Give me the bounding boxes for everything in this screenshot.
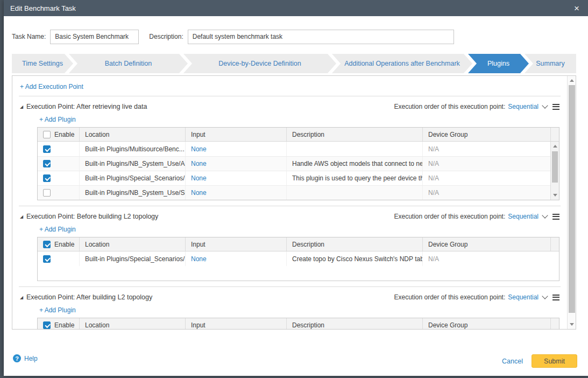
plugin-description: This plugin is used to query the peer de… <box>286 171 422 185</box>
execution-order-label: Execution order of this execution point: <box>394 213 505 220</box>
column-header-device-group: Device Group <box>422 128 550 141</box>
select-all-checkbox[interactable] <box>43 321 51 329</box>
plugins-table: Enable Location Input Description Device… <box>37 318 559 329</box>
plugins-table: Enable Location Input Description Device… <box>37 237 559 281</box>
column-header-input: Input <box>185 318 286 329</box>
menu-icon[interactable] <box>552 104 559 110</box>
plugin-location: Built-in Plugins/NB_System_Use/A... <box>79 157 185 171</box>
help-icon[interactable]: ? <box>13 354 21 362</box>
table-row[interactable]: Built-in Plugins/Special_Scenarios/... N… <box>38 171 559 185</box>
plugin-input-link[interactable]: None <box>191 160 207 167</box>
plugin-description <box>286 142 422 156</box>
column-header-device-group: Device Group <box>422 318 550 329</box>
scrollbar-thumb[interactable] <box>569 85 575 313</box>
plugins-panel: + Add Execution Point ◢ Execution Point:… <box>12 75 576 330</box>
description-label: Description: <box>149 33 183 40</box>
plugin-location: Built-in Plugins/Special_Scenarios/... <box>79 251 185 266</box>
collapse-triangle-icon[interactable]: ◢ <box>20 104 26 109</box>
plugin-device-group: N/A <box>422 251 559 266</box>
table-row[interactable]: Built-in Plugins/NB_System_Use/Si... Non… <box>38 185 559 200</box>
menu-icon[interactable] <box>552 214 559 220</box>
column-header-description: Description <box>286 318 422 329</box>
table-header-row: Enable Location Input Description Device… <box>38 237 559 251</box>
wizard-step-time-settings[interactable]: Time Settings <box>12 54 73 73</box>
column-header-location: Location <box>79 128 185 141</box>
enable-checkbox[interactable] <box>43 160 51 167</box>
plugin-input-link[interactable]: None <box>191 255 207 263</box>
execution-point-section: ◢ Execution Point: Before building L2 to… <box>20 206 559 281</box>
help-label[interactable]: Help <box>24 355 38 362</box>
wizard-step-additional-operations[interactable]: Additional Operations after Benchmark <box>332 54 472 73</box>
execution-point-section: ◢ Execution Point: After retrieving live… <box>20 96 559 200</box>
wizard-step-batch-definition[interactable]: Batch Definition <box>69 54 188 73</box>
chevron-down-icon[interactable] <box>542 293 548 299</box>
add-plugin-link[interactable]: + Add Plugin <box>39 226 76 233</box>
execution-order-label: Execution order of this execution point: <box>394 293 505 301</box>
task-name-input[interactable] <box>50 30 139 44</box>
select-all-checkbox[interactable] <box>43 131 51 138</box>
plugin-input-link[interactable]: None <box>191 189 207 197</box>
column-header-description: Description <box>286 237 422 251</box>
main-scrollbar[interactable] <box>567 76 576 329</box>
scrollbar-down-arrow[interactable] <box>568 320 576 328</box>
execution-point-title: Execution Point: Before building L2 topo… <box>26 213 158 220</box>
execution-order-select[interactable]: Sequential <box>508 293 539 301</box>
collapse-triangle-icon[interactable]: ◢ <box>20 214 26 219</box>
table-row[interactable]: Built-in Plugins/Special_Scenarios/... N… <box>38 251 559 266</box>
scrollbar-up-arrow[interactable] <box>568 77 576 85</box>
plugin-input-link[interactable]: None <box>191 174 207 182</box>
add-plugin-link[interactable]: + Add Plugin <box>39 306 76 314</box>
task-name-label: Task Name: <box>12 33 46 40</box>
wizard-steps: Time Settings Batch Definition Device-by… <box>12 54 576 73</box>
enable-checkbox[interactable] <box>43 189 51 197</box>
wizard-step-summary[interactable]: Summary <box>525 54 576 73</box>
chevron-down-icon[interactable] <box>542 102 548 108</box>
close-icon[interactable]: × <box>572 3 582 14</box>
plugin-device-group: N/A <box>422 157 559 171</box>
plugin-description: Handle AWS object models that connect to… <box>286 157 422 171</box>
task-form-row: Task Name: Description: <box>4 29 588 44</box>
enable-checkbox[interactable] <box>43 255 51 263</box>
scrollbar-thumb[interactable] <box>552 151 558 183</box>
add-plugin-link[interactable]: + Add Plugin <box>39 116 76 123</box>
chevron-down-icon[interactable] <box>542 212 548 218</box>
table-header-row: Enable Location Input Description Device… <box>38 318 559 329</box>
execution-order-select[interactable]: Sequential <box>508 103 539 110</box>
execution-order-select[interactable]: Sequential <box>508 213 539 220</box>
column-header-input: Input <box>185 128 286 141</box>
menu-icon[interactable] <box>552 295 559 300</box>
plugin-location: Built-in Plugins/NB_System_Use/Si... <box>79 186 185 200</box>
dialog-titlebar: Edit Benchmark Task × <box>4 0 588 16</box>
execution-order-label: Execution order of this execution point: <box>394 103 505 110</box>
plugin-input-link[interactable]: None <box>191 145 207 153</box>
column-header-input: Input <box>185 237 286 251</box>
wizard-step-device-by-device-definition[interactable]: Device-by-Device Definition <box>183 54 336 73</box>
table-row[interactable]: Built-in Plugins/NB_System_Use/A... None… <box>38 156 559 171</box>
table-header-row: Enable Location Input Description Device… <box>38 128 559 142</box>
table-scrollbar[interactable] <box>550 142 559 200</box>
cancel-button[interactable]: Cancel <box>502 358 523 365</box>
scrollbar-down-arrow[interactable] <box>551 191 559 199</box>
select-all-checkbox[interactable] <box>43 241 51 248</box>
execution-point-title: Execution Point: After retrieving live d… <box>26 103 147 110</box>
enable-checkbox[interactable] <box>43 145 51 153</box>
dialog-footer: ? Help Cancel Submit <box>4 330 588 376</box>
plugin-device-group: N/A <box>422 142 559 156</box>
plugin-device-group: N/A <box>422 171 559 185</box>
execution-point-section: ◢ Execution Point: After building L2 top… <box>20 287 559 329</box>
table-row[interactable]: Built-in Plugins/Multisource/Benc... Non… <box>38 142 559 156</box>
description-input[interactable] <box>188 30 454 44</box>
enable-checkbox[interactable] <box>43 174 51 182</box>
execution-point-title: Execution Point: After building L2 topol… <box>26 293 152 301</box>
scrollbar-up-arrow[interactable] <box>551 143 559 150</box>
submit-button[interactable]: Submit <box>532 354 577 368</box>
edit-benchmark-task-dialog: Edit Benchmark Task × Task Name: Descrip… <box>4 0 588 376</box>
wizard-step-plugins[interactable]: Plugins <box>468 54 529 73</box>
dialog-title: Edit Benchmark Task <box>10 4 76 12</box>
plugin-description: Create topo by Cisco Nexus Switch's NDP … <box>286 251 422 266</box>
add-execution-point-link[interactable]: + Add Execution Point <box>20 83 83 90</box>
column-header-description: Description <box>286 128 422 141</box>
table-empty-space <box>38 266 559 281</box>
collapse-triangle-icon[interactable]: ◢ <box>20 295 26 300</box>
help-link[interactable]: ? Help <box>13 354 38 362</box>
